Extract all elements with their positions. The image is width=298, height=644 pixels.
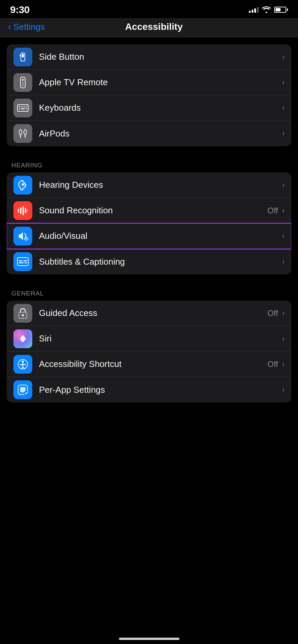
chevron-right-icon: › [282, 129, 285, 138]
item-right: Off › [267, 309, 285, 318]
item-content: AirPods › [39, 128, 285, 139]
page-title: Accessibility [45, 21, 263, 32]
svg-rect-22 [20, 207, 22, 214]
tv-remote-icon [13, 73, 32, 92]
svg-point-33 [22, 314, 24, 316]
item-content: Subtitles & Captioning › [39, 257, 285, 267]
item-label: Accessibility Shortcut [39, 359, 122, 369]
svg-rect-12 [19, 108, 20, 109]
section-label: HEARING [0, 156, 298, 172]
svg-rect-29 [23, 260, 27, 261]
item-content: Per-App Settings › [39, 385, 285, 395]
svg-rect-6 [22, 85, 24, 86]
list-item[interactable]: Sound Recognition Off › [7, 198, 291, 223]
list-item[interactable]: Keyboards › [7, 95, 291, 121]
svg-rect-1 [22, 54, 24, 57]
chevron-right-icon: › [282, 360, 285, 369]
back-chevron-icon: ‹ [8, 21, 11, 32]
svg-rect-14 [26, 108, 27, 109]
back-label: Settings [13, 22, 45, 32]
siri-icon [13, 329, 32, 348]
item-content: Siri › [39, 333, 285, 344]
item-right: › [281, 53, 285, 61]
item-label: Keyboards [39, 103, 81, 113]
svg-rect-7 [17, 105, 28, 111]
battery-icon [274, 7, 288, 13]
item-right: › [281, 181, 285, 190]
nav-bar: ‹ Settings Accessibility [0, 18, 298, 38]
svg-rect-28 [19, 260, 22, 261]
svg-rect-8 [19, 106, 20, 107]
wifi-icon [262, 6, 271, 13]
item-content: Hearing Devices › [39, 180, 285, 190]
svg-rect-9 [21, 106, 23, 107]
chevron-right-icon: › [282, 53, 285, 61]
item-right: › [281, 78, 285, 87]
hearing-section: HEARING Hearing Devices › [0, 156, 298, 274]
item-label: AirPods [39, 128, 70, 139]
accessibility-shortcut-icon [13, 355, 32, 374]
general-section: GENERAL Guided Access Off › [0, 284, 298, 402]
item-right: › [281, 257, 285, 266]
svg-point-45 [24, 391, 29, 395]
home-indicator [119, 638, 179, 640]
item-label: Apple TV Remote [39, 77, 108, 88]
item-content: Sound Recognition Off › [39, 205, 285, 216]
list-item[interactable]: Hearing Devices › [7, 172, 291, 198]
list-item[interactable]: Accessibility Shortcut Off › [7, 352, 291, 377]
subtitles-icon [13, 252, 32, 271]
item-content: Audio/Visual › [39, 231, 285, 241]
list-item[interactable]: Siri › [7, 326, 291, 352]
svg-rect-11 [26, 106, 27, 107]
chevron-right-icon: › [282, 232, 285, 240]
svg-point-26 [26, 238, 27, 239]
svg-point-38 [22, 361, 24, 363]
chevron-right-icon: › [282, 257, 285, 266]
item-label: Guided Access [39, 308, 97, 318]
per-app-icon [13, 380, 32, 399]
chevron-right-icon: › [282, 385, 285, 394]
item-right: › [281, 232, 285, 240]
item-right: › [281, 129, 285, 138]
svg-point-20 [22, 184, 24, 185]
item-value: Off [267, 360, 278, 369]
lock-icon [13, 304, 32, 323]
chevron-right-icon: › [282, 181, 285, 190]
list-item[interactable]: Apple TV Remote › [7, 70, 291, 95]
waveform-icon [13, 201, 32, 220]
back-button[interactable]: ‹ Settings [8, 21, 45, 32]
general-list-group: Guided Access Off › Siri [7, 301, 291, 402]
list-item[interactable]: Per-App Settings › [7, 377, 291, 402]
svg-rect-31 [25, 262, 27, 263]
svg-rect-10 [24, 106, 25, 107]
list-item[interactable]: Side Button › [7, 44, 291, 70]
item-right: Off › [267, 360, 285, 369]
item-right: Off › [267, 206, 285, 215]
list-item[interactable]: Audio/Visual › [7, 223, 291, 249]
item-label: Sound Recognition [39, 205, 113, 216]
svg-point-36 [22, 337, 24, 340]
chevron-right-icon: › [282, 206, 285, 215]
chevron-right-icon: › [282, 78, 285, 87]
list-item[interactable]: Guided Access Off › [7, 301, 291, 326]
item-right: › [281, 104, 285, 112]
svg-point-17 [24, 129, 27, 135]
item-right: › [281, 334, 285, 343]
svg-rect-30 [19, 262, 24, 263]
top-settings-group: Side Button › Apple TV Remote [7, 44, 291, 146]
item-content: Guided Access Off › [39, 308, 285, 318]
content: Side Button › Apple TV Remote [0, 38, 298, 426]
svg-rect-21 [18, 209, 19, 213]
svg-rect-5 [22, 84, 24, 84]
keyboard-icon [13, 99, 32, 117]
svg-rect-13 [21, 108, 25, 109]
svg-rect-4 [22, 82, 24, 83]
status-icons [249, 6, 288, 13]
item-label: Per-App Settings [39, 385, 105, 395]
svg-rect-23 [23, 206, 24, 215]
item-label: Hearing Devices [39, 180, 103, 190]
list-item[interactable]: AirPods › [7, 121, 291, 146]
side-button-icon [13, 48, 32, 66]
hearing-list-group: Hearing Devices › [7, 172, 291, 274]
list-item[interactable]: Subtitles & Captioning › [7, 249, 291, 274]
